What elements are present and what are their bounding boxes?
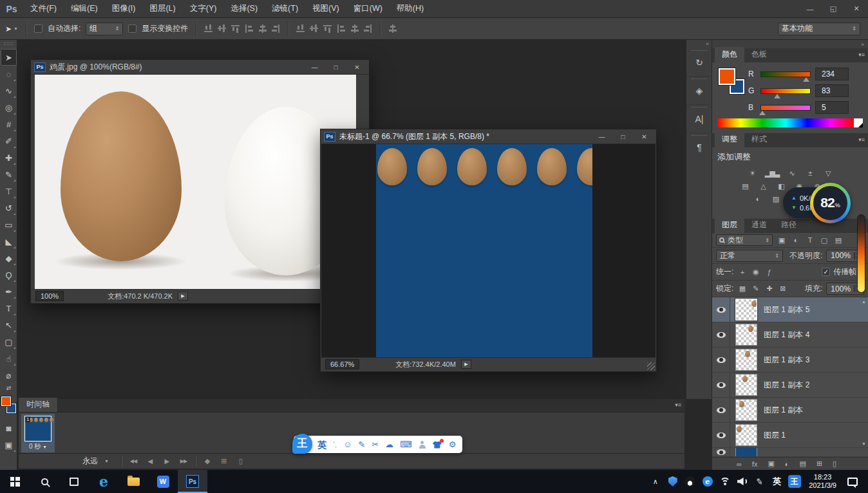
quick-mask-button[interactable]: ◙	[1, 420, 17, 436]
layer-name[interactable]: 图层 1	[764, 430, 786, 441]
doc1-title-bar[interactable]: Ps 鸡蛋.jpg @ 100%(RGB/8#) — □ ✕	[31, 60, 369, 75]
lock-transparent-icon[interactable]: ▦	[737, 284, 747, 293]
blend-mode-dropdown[interactable]: 正常⇕	[716, 250, 783, 262]
clone-stamp-tool[interactable]: ⊤	[1, 183, 17, 200]
menu-file[interactable]: 文件(F)	[23, 3, 64, 14]
browser-tray-icon[interactable]: e	[699, 470, 716, 493]
align-horizontal-centers-icon[interactable]	[258, 24, 267, 33]
filter-pixel-layers-icon[interactable]: ▣	[777, 236, 787, 245]
shape-tool[interactable]: ▢	[1, 333, 17, 350]
emoji-icon[interactable]: ☺	[343, 440, 352, 449]
exposure-icon[interactable]: ±	[804, 169, 815, 178]
layer-name[interactable]: 图层 1 副本 2	[764, 380, 809, 391]
layer-style-icon[interactable]: fx	[752, 460, 758, 468]
align-vertical-centers-icon[interactable]	[218, 24, 226, 33]
type-tool[interactable]: T	[1, 300, 17, 317]
menu-window[interactable]: 窗口(W)	[346, 3, 390, 14]
tab-color[interactable]: 颜色	[715, 47, 744, 62]
doc2-zoom-level[interactable]: 66.67%	[325, 359, 359, 369]
taskbar-clock[interactable]: 18:23 2021/3/9	[803, 473, 842, 490]
expand-dock-button[interactable]: «	[686, 40, 712, 48]
frame-duration-dropdown[interactable]: 0 秒 ▼	[29, 442, 47, 451]
qq-icon[interactable]	[681, 470, 699, 493]
tool-preset-picker[interactable]: ➤ ▼	[5, 24, 18, 33]
tab-timeline[interactable]: 时间轴	[18, 397, 58, 412]
booster-gauge-bar[interactable]	[857, 214, 865, 293]
propagate-frame-checkbox[interactable]: ✓	[822, 268, 830, 276]
stylus-pen-icon[interactable]: ✎	[751, 470, 768, 493]
align-bottom-edges-icon[interactable]	[231, 24, 240, 33]
distribute-left-edges-icon[interactable]	[337, 24, 345, 33]
layer-row[interactable]	[712, 448, 868, 457]
layer-row[interactable]: 图层 1 副本 5	[712, 297, 868, 322]
handwriting-pencil-icon[interactable]: ✎	[358, 440, 365, 449]
tab-layers[interactable]: 图层	[715, 218, 744, 233]
doc2-minimize-button[interactable]: —	[593, 131, 610, 142]
previous-frame-button[interactable]: ◀	[142, 458, 158, 465]
layer-visibility-toggle[interactable]	[712, 448, 730, 456]
auto-select-scope-dropdown[interactable]: 组⇕	[86, 23, 123, 35]
loop-dropdown[interactable]: 永远▼	[78, 455, 113, 467]
panel-menu-icon[interactable]: ▾≡	[858, 136, 865, 143]
doc1-status-options-button[interactable]: ▶	[178, 292, 188, 301]
app-minimize-button[interactable]: —	[798, 0, 822, 18]
play-button[interactable]: ▶	[159, 458, 175, 465]
app-restore-button[interactable]: ◱	[822, 0, 845, 18]
first-frame-button[interactable]: ◀◀	[126, 458, 141, 464]
slider-thumb[interactable]	[803, 74, 809, 82]
account-person-icon[interactable]	[419, 441, 426, 449]
dodge-tool[interactable]: Ϙ	[1, 266, 17, 283]
filter-smart-objects-icon[interactable]: ▤	[833, 236, 844, 245]
vibrance-icon[interactable]: ▽	[822, 169, 833, 178]
crop-tool[interactable]: #	[1, 116, 17, 133]
red-slider[interactable]	[760, 71, 811, 77]
distribute-bottom-edges-icon[interactable]	[323, 24, 332, 33]
memory-usage-ball[interactable]: 82 %	[810, 183, 851, 223]
align-top-edges-icon[interactable]	[204, 24, 212, 33]
tween-button[interactable]: ◆	[200, 457, 215, 465]
foreground-color-swatch[interactable]	[1, 396, 11, 406]
layer-thumbnail[interactable]	[735, 448, 757, 457]
layer-row[interactable]: 图层 1 副本	[712, 398, 868, 423]
black-white-icon[interactable]: ◧	[776, 181, 787, 191]
animation-frame-1[interactable]: 1 0 秒 ▼	[21, 414, 55, 452]
link-layers-icon[interactable]: ∞	[737, 460, 742, 468]
align-right-edges-icon[interactable]	[272, 24, 280, 33]
move-tool[interactable]: ➤	[1, 49, 17, 66]
doc1-minimize-button[interactable]: —	[306, 62, 323, 73]
tab-paths[interactable]: 路径	[774, 218, 804, 233]
hand-tool[interactable]: ☝	[1, 350, 17, 367]
resize-grip[interactable]	[647, 362, 655, 370]
layer-visibility-toggle[interactable]	[712, 398, 730, 422]
slider-thumb[interactable]	[759, 107, 766, 115]
panel-gripper[interactable]	[4, 42, 13, 45]
scissors-icon[interactable]: ✂	[372, 440, 379, 449]
doc2-maximize-button[interactable]: □	[614, 131, 632, 142]
quick-selection-tool[interactable]: ◎	[1, 99, 17, 116]
filter-adjustment-layers-icon[interactable]: ◐	[791, 236, 801, 244]
menu-help[interactable]: 帮助(H)	[390, 3, 431, 14]
distribute-top-edges-icon[interactable]	[296, 24, 305, 33]
filter-type-layers-icon[interactable]: T	[805, 236, 815, 244]
distribute-horizontal-centers-icon[interactable]	[350, 24, 359, 33]
layer-thumbnail[interactable]	[735, 424, 757, 446]
wps-taskbar-button[interactable]: W	[148, 470, 178, 493]
layer-thumbnail[interactable]	[735, 349, 757, 371]
doc1-zoom-level[interactable]: 100%	[35, 291, 64, 301]
unify-position-icon[interactable]: +	[737, 268, 747, 276]
spectrum-end-swatch[interactable]	[854, 118, 863, 127]
layer-filter-dropdown[interactable]: 类型 ⇕	[716, 234, 773, 246]
posterize-icon[interactable]: ▨	[770, 194, 781, 204]
new-adjustment-layer-icon[interactable]: ◐	[785, 460, 789, 468]
ime-logo-badge[interactable]: 王	[292, 434, 312, 454]
show-transform-checkbox[interactable]	[128, 24, 137, 33]
menu-edit[interactable]: 编辑(E)	[64, 3, 105, 14]
layer-name[interactable]: 图层 1 副本	[764, 405, 803, 416]
align-left-edges-icon[interactable]	[245, 24, 253, 33]
zoom-tool[interactable]: ⌀	[1, 367, 17, 384]
layer-visibility-toggle[interactable]	[712, 423, 730, 447]
input-language-indicator[interactable]: 英	[768, 470, 786, 493]
unify-style-icon[interactable]: ƒ	[764, 268, 774, 276]
path-selection-tool[interactable]: ↖	[1, 317, 17, 333]
cloud-icon[interactable]: ☁	[385, 440, 393, 449]
